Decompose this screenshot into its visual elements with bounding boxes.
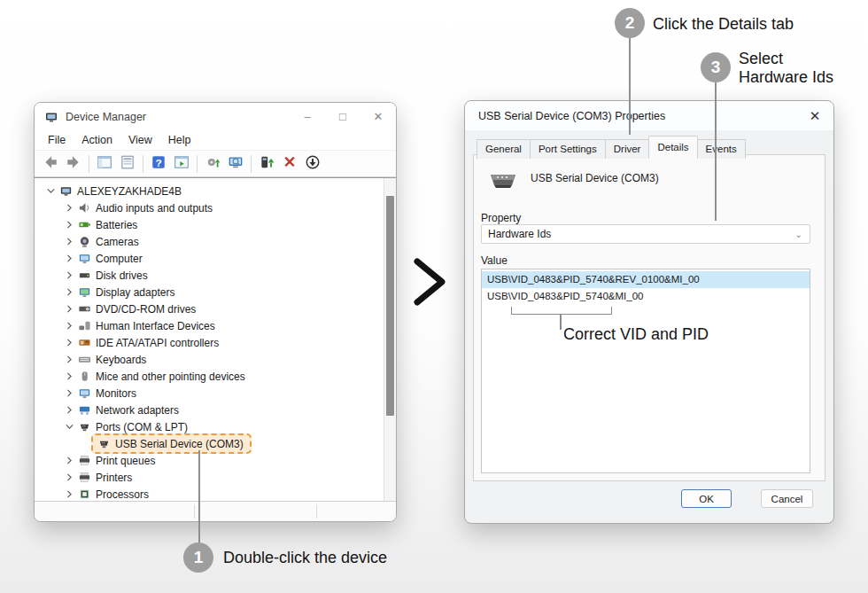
tree-item-computer[interactable]: Computer [35,250,396,267]
device-name: USB Serial Device (COM3) [531,172,659,184]
close-icon[interactable]: ✕ [796,101,833,130]
tree-item-label: Keyboards [96,354,146,366]
toolbar-separator [143,155,143,173]
chevron-right-icon[interactable] [62,285,77,300]
chevron-right-icon[interactable] [62,218,77,232]
chevron-down-icon[interactable] [62,420,77,434]
update-driver-icon [259,154,275,174]
chevron-right-icon[interactable] [62,252,77,266]
close-button[interactable]: ✕ [360,103,396,130]
tree-item-ide-ata-atapi-controllers[interactable]: IDE ATA/ATAPI controllers [35,334,396,351]
minimize-button[interactable]: – [290,103,325,130]
chevron-right-icon[interactable] [62,269,77,283]
tree-item-disk-drives[interactable]: Disk drives [35,267,396,284]
tree-item-print-queues[interactable]: Print queues [35,452,396,469]
step2-label: Click the Details tab [653,15,794,34]
chevron-right-icon[interactable] [62,488,77,502]
chevron-right-icon[interactable] [62,319,77,333]
menu-bar: FileActionViewHelp [35,130,396,150]
toolbar-back-button[interactable] [40,153,61,175]
menu-file[interactable]: File [40,134,74,146]
ok-button[interactable]: OK [681,489,732,508]
statusbar-divider [316,504,317,519]
tree-item-audio-inputs-and-outputs[interactable]: Audio inputs and outputs [35,199,396,216]
statusbar-divider [194,504,195,519]
highlighted-device[interactable]: USB Serial Device (COM3) [91,433,252,454]
menu-help[interactable]: Help [160,134,199,146]
toolbar-help-button[interactable]: ? [148,153,169,175]
step2-badge: 2 [615,8,645,38]
disk-icon [77,269,91,283]
toolbar-properties-button[interactable] [117,153,138,175]
tree-scrollbar[interactable] [384,178,396,501]
tab-events[interactable]: Events [697,139,746,159]
toolbar-scan-hardware-button[interactable] [202,153,223,175]
tree-item-keyboards[interactable]: Keyboards [35,351,396,368]
tab-details[interactable]: Details [648,136,697,159]
toolbar-disable-device-button[interactable] [302,153,323,175]
tree-item-human-interface-devices[interactable]: Human Interface Devices [35,317,396,334]
chevron-right-icon[interactable] [62,386,77,401]
printer-icon [77,471,91,485]
toolbar: ? [35,150,396,177]
tree-rows: ALEXEYZAKHADE4BAudio inputs and outputsB… [35,178,396,501]
toolbar-update-driver-button[interactable] [256,153,277,175]
toolbar-separator [89,155,89,173]
device-manager-titlebar[interactable]: Device Manager – □ ✕ [35,103,396,130]
vid-pid-note: Correct VID and PID [563,325,709,344]
tree-item-mice-and-other-pointing-devices[interactable]: Mice and other pointing devices [35,368,396,385]
tab-driver[interactable]: Driver [605,139,650,159]
value-item[interactable]: USB\VID_0483&PID_5740&MI_00 [482,288,810,305]
step1-connector-line [198,450,200,544]
window-title: Device Manager [66,111,146,123]
tree-item-processors[interactable]: Processors [35,486,396,501]
properties-dialog-titlebar[interactable]: USB Serial Device (COM3) Properties ✕ [465,101,833,130]
tree-item-batteries[interactable]: Batteries [35,216,396,233]
menu-action[interactable]: Action [74,134,120,146]
toolbar-console-tree-button[interactable] [94,153,115,175]
tree-item-network-adapters[interactable]: Network adapters [35,402,396,418]
chevron-right-icon[interactable] [62,370,77,384]
chevron-down-icon[interactable] [43,184,58,199]
chevron-right-icon[interactable] [62,403,77,417]
chevron-right-icon[interactable] [62,336,77,350]
tree-item-alexeyzakhade4b[interactable]: ALEXEYZAKHADE4B [35,183,396,199]
tree-item-cameras[interactable]: Cameras [35,233,396,250]
computer-icon [77,252,91,266]
tab-general[interactable]: General [477,139,531,159]
toolbar-forward-button[interactable] [63,153,84,175]
next-step-chevron-icon [408,254,451,313]
tab-port-settings[interactable]: Port Settings [530,139,606,159]
tree-item-monitors[interactable]: Monitors [35,385,396,402]
tree-item-label: Processors [96,488,149,501]
chevron-right-icon[interactable] [62,201,77,215]
chevron-right-icon[interactable] [62,353,77,367]
vid-pid-bracket-stem [560,314,562,330]
value-item-selected[interactable]: USB\VID_0483&PID_5740&REV_0100&MI_00 [482,271,810,288]
tree-item-printers[interactable]: Printers [35,469,396,486]
root-pc-icon [58,184,73,199]
maximize-button[interactable]: □ [325,103,360,130]
chevron-right-icon[interactable] [62,454,77,468]
chevron-right-icon[interactable] [62,302,77,316]
cancel-button[interactable]: Cancel [761,489,813,508]
property-dropdown[interactable]: Hardware Ids ⌄ [481,224,810,244]
tree-item-label: Mice and other pointing devices [96,371,245,383]
toolbar-remote-computer-button[interactable] [225,153,246,175]
keyboard-icon [77,353,91,367]
value-listbox[interactable]: USB\VID_0483&PID_5740&REV_0100&MI_00USB\… [481,269,810,473]
processor-icon [77,488,91,502]
svg-text:?: ? [155,156,161,168]
toolbar-uninstall-device-button[interactable] [279,153,300,175]
step1-badge: 1 [183,542,213,573]
tree-item-dvd-cd-rom-drives[interactable]: DVD/CD-ROM drives [35,300,396,317]
chevron-right-icon[interactable] [62,471,77,485]
tree-item-display-adapters[interactable]: Display adapters [35,284,396,300]
scan-hardware-icon [205,154,221,174]
menu-view[interactable]: View [120,134,160,146]
toolbar-action-pane-button[interactable] [171,153,192,175]
tree-item-usb-serial-device-com3[interactable]: USB Serial Device (COM3) [35,435,396,452]
chevron-right-icon[interactable] [62,235,77,249]
disable-device-icon [305,154,321,174]
scrollbar-thumb[interactable] [386,196,394,416]
